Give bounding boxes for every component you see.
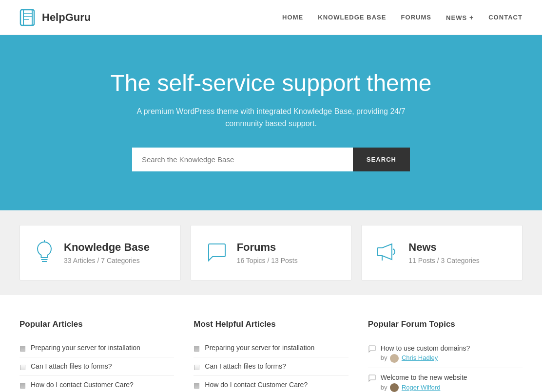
hero-title: The self-service support theme (19, 69, 523, 97)
svg-rect-1 (23, 10, 32, 25)
list-item[interactable]: How to use custom domains? by Chris Hadl… (368, 339, 523, 368)
nav-news-label: NEWS (446, 14, 467, 21)
chat-icon (368, 345, 376, 354)
stat-info-forums: Forums 16 Topics / 13 Posts (237, 241, 298, 264)
avatar (390, 354, 399, 363)
popular-articles-col: Popular Articles ▤ Preparing your server… (19, 319, 174, 392)
list-item[interactable]: ▤ How do I contact Customer Care? (194, 376, 348, 392)
list-item[interactable]: ▤ Can I attach files to forms? (19, 357, 174, 376)
logo-text: HelpGuru (42, 11, 91, 24)
nav-news[interactable]: NEWS + (446, 14, 474, 21)
stat-title-forums: Forums (237, 241, 298, 254)
list-item[interactable]: ▤ Can I attach files to forms? (194, 357, 348, 376)
stat-title-knowledge: Knowledge Base (64, 241, 150, 254)
doc-icon: ▤ (194, 381, 200, 389)
stat-card-knowledge[interactable]: Knowledge Base 33 Articles / 7 Categorie… (19, 225, 181, 280)
stat-sub-knowledge: 33 Articles / 7 Categories (64, 257, 150, 264)
doc-icon: ▤ (19, 381, 26, 389)
popular-articles-list: ▤ Preparing your server for installation… (19, 339, 174, 392)
content-grid: Popular Articles ▤ Preparing your server… (19, 319, 523, 392)
logo-icon (19, 9, 37, 26)
doc-icon: ▤ (19, 344, 26, 352)
search-bar: SEARCH (132, 148, 410, 171)
helpful-articles-col: Most Helpful Articles ▤ Preparing your s… (194, 319, 348, 392)
logo-link[interactable]: HelpGuru (19, 9, 91, 26)
forum-author-link[interactable]: Chris Hadley (402, 354, 438, 361)
chat-icon (206, 241, 227, 264)
main-nav: HOME KNOWLEDGE BASE FORUMS NEWS + CONTAC… (282, 14, 523, 21)
stat-info-news: News 11 Posts / 3 Categories (408, 241, 480, 264)
stat-title-news: News (408, 241, 480, 254)
forum-topics-col: Popular Forum Topics How to use custom d… (368, 319, 523, 392)
forum-topics-list: How to use custom domains? by Chris Hadl… (368, 339, 523, 392)
stats-grid: Knowledge Base 33 Articles / 7 Categorie… (19, 225, 523, 280)
list-item[interactable]: ▤ How do I contact Customer Care? (19, 376, 174, 392)
content-section: Popular Articles ▤ Preparing your server… (0, 295, 542, 392)
lightbulb-icon (35, 240, 54, 265)
stat-card-news[interactable]: News 11 Posts / 3 Categories (361, 225, 523, 280)
stat-sub-news: 11 Posts / 3 Categories (408, 257, 480, 264)
doc-icon: ▤ (194, 363, 200, 371)
nav-forums[interactable]: FORUMS (401, 14, 432, 21)
doc-icon: ▤ (194, 344, 200, 352)
nav-news-plus: + (469, 14, 474, 21)
helpful-articles-list: ▤ Preparing your server for installation… (194, 339, 348, 392)
list-item[interactable]: Welcome to the new website by Roger Wilf… (368, 368, 523, 392)
nav-knowledge-base[interactable]: KNOWLEDGE BASE (318, 14, 386, 21)
forum-author-link[interactable]: Roger Wilford (402, 384, 440, 391)
stat-info-knowledge: Knowledge Base 33 Articles / 7 Categorie… (64, 241, 150, 264)
list-item[interactable]: ▤ Preparing your server for installation (194, 339, 348, 357)
search-input[interactable] (132, 148, 353, 171)
megaphone-icon (376, 242, 399, 263)
chat-icon (368, 374, 376, 383)
popular-articles-heading: Popular Articles (19, 319, 174, 329)
search-button[interactable]: SEARCH (353, 148, 410, 171)
header: HelpGuru HOME KNOWLEDGE BASE FORUMS NEWS… (0, 0, 542, 35)
helpful-articles-heading: Most Helpful Articles (194, 319, 348, 329)
nav-home[interactable]: HOME (282, 14, 303, 21)
hero-section: The self-service support theme A premium… (0, 35, 542, 210)
stats-section: Knowledge Base 33 Articles / 7 Categorie… (0, 210, 542, 295)
hero-subtitle: A premium WordPress theme with integrate… (135, 105, 407, 130)
doc-icon: ▤ (19, 363, 26, 371)
stat-sub-forums: 16 Topics / 13 Posts (237, 257, 298, 264)
list-item[interactable]: ▤ Preparing your server for installation (19, 339, 174, 357)
avatar (390, 383, 399, 392)
nav-contact[interactable]: CONTACT (488, 14, 523, 21)
forum-topics-heading: Popular Forum Topics (368, 319, 523, 329)
stat-card-forums[interactable]: Forums 16 Topics / 13 Posts (191, 225, 352, 280)
